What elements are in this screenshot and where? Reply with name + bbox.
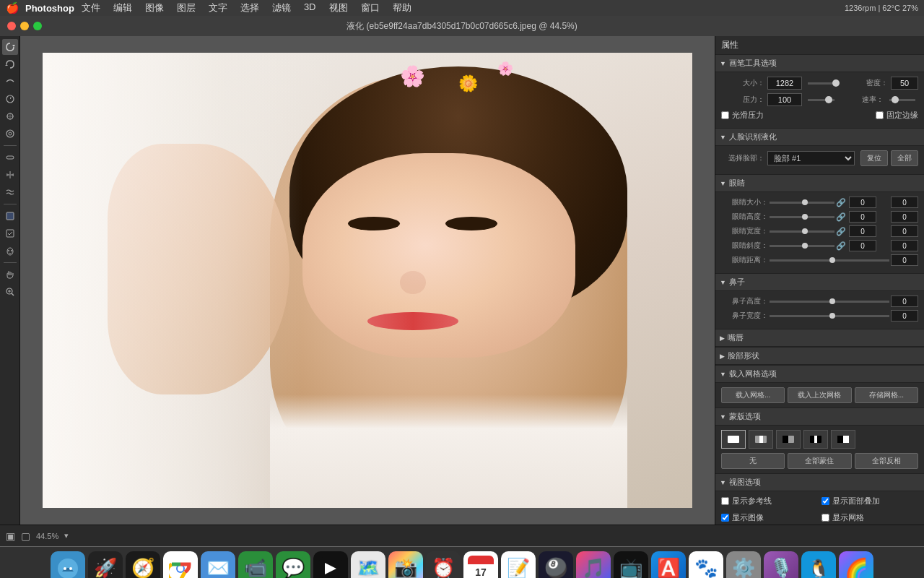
mask-icon-replace[interactable] [721,430,746,449]
show-overlay-check[interactable] [821,497,829,505]
load-mesh-btn[interactable]: 载入网格... [721,387,785,403]
dock-messages[interactable]: 💬 [276,551,310,579]
eye-width-slider[interactable] [770,230,834,233]
dock-finder[interactable] [51,551,85,579]
eye-dist-input[interactable] [891,254,918,266]
dock-settings[interactable]: ⚙️ [726,551,761,579]
tool-push-left[interactable] [2,150,18,165]
close-button[interactable] [7,22,16,30]
canvas-area[interactable]: 🌸 🌼 🌸 [20,36,715,525]
menu-text[interactable]: 文字 [206,1,230,14]
face-detect-section-header[interactable]: ▼ 人脸识别液化 [715,128,924,146]
mesh-options-section-header[interactable]: ▼ 载入网格选项 [715,365,924,383]
eye-width-left-input[interactable] [849,225,876,237]
load-last-mesh-btn[interactable]: 载入上次网格 [788,387,851,403]
brush-tool-section-header[interactable]: ▼ 画笔工具选项 [715,54,924,72]
save-mesh-btn[interactable]: 存储网格... [855,387,918,403]
tool-liquify-forward[interactable] [2,39,18,55]
menu-file[interactable]: 文件 [79,1,103,14]
dock-mail[interactable]: ✉️ [201,551,235,579]
maximize-button[interactable] [33,22,42,30]
tool-face[interactable] [2,243,18,259]
apple-menu[interactable]: 🍎 [6,1,19,14]
fixed-edge-check[interactable] [876,111,884,119]
zoom-dropdown-arrow[interactable]: ▾ [64,531,69,540]
dock-music[interactable]: 🎵 [576,551,611,579]
dock-baidu[interactable]: 🐾 [689,551,723,579]
nose-section-header[interactable]: ▼ 鼻子 [715,273,924,291]
dock-chrome[interactable] [163,551,198,579]
tool-freeze-mask[interactable] [2,208,18,224]
show-mesh-check[interactable] [821,514,829,522]
menu-select[interactable]: 选择 [237,1,262,14]
menu-edit[interactable]: 编辑 [110,1,135,14]
dock-reminders[interactable]: 📝 [501,551,536,579]
nose-height-input[interactable] [891,296,918,307]
nose-height-slider[interactable] [770,301,889,303]
menu-help[interactable]: 帮助 [390,1,414,14]
face-select[interactable]: 脸部 #1 [767,151,855,165]
smooth-pressure-check[interactable] [721,111,729,119]
mask-all-btn[interactable]: 全部蒙住 [788,453,851,469]
dock-safari[interactable]: 🧭 [126,551,160,579]
pressure-input[interactable] [767,93,802,106]
all-btn[interactable]: 全部 [891,150,918,166]
dock-qq[interactable]: 🐧 [801,551,836,579]
dock-capcut[interactable] [313,551,348,579]
eye-height-left-input[interactable] [849,211,876,223]
mask-icon-invert[interactable] [831,430,855,449]
view-options-section-header[interactable]: ▼ 视图选项 [715,473,924,491]
eye-tilt-left-input[interactable] [849,240,876,251]
mouth-section-header[interactable]: ▶ 嘴唇 [715,329,924,347]
eye-size-slider[interactable] [770,202,834,204]
tool-zoom[interactable] [2,284,18,300]
mask-icon-add[interactable] [749,430,773,449]
dock-some-app[interactable]: 🎱 [539,551,573,579]
eye-size-left-input[interactable] [849,197,876,208]
dock-launchpad[interactable]: 🚀 [88,551,123,579]
tool-bloat[interactable] [2,126,18,142]
eye-width-right-input[interactable] [891,225,918,237]
mask-invert-btn[interactable]: 全部反相 [855,453,918,469]
dock-podcast[interactable]: 🎙️ [764,551,798,579]
tool-pucker[interactable] [2,108,18,124]
view-mode-icon-2[interactable]: ▢ [21,530,30,542]
nose-width-input[interactable] [891,310,918,322]
show-image-check[interactable] [721,514,729,522]
nose-width-slider[interactable] [770,315,889,317]
tool-reconstruct[interactable] [2,56,18,72]
tool-mirror[interactable] [2,167,18,183]
menu-view[interactable]: 视图 [326,1,351,14]
dock-appstore[interactable]: 🅰️ [651,551,686,579]
dock-arc[interactable]: 🌈 [839,551,873,579]
dock-maps[interactable]: 🗺️ [351,551,385,579]
dock-calendar[interactable]: 17 [463,551,498,579]
eye-size-right-input[interactable] [891,197,918,208]
tool-hand[interactable] [2,267,18,282]
view-mode-icon-1[interactable]: ▣ [6,530,15,542]
eye-height-slider[interactable] [770,216,834,218]
eye-size-link-icon[interactable]: 🔗 [836,198,847,207]
eye-tilt-slider[interactable] [770,245,834,247]
dock-photos[interactable]: 📸 [388,551,423,579]
menu-3d[interactable]: 3D [301,1,319,14]
density-input[interactable] [891,77,918,90]
menu-filter[interactable]: 滤镜 [269,1,294,14]
tool-smooth[interactable] [2,74,18,90]
tool-turbulence[interactable] [2,184,18,200]
dock-facetime[interactable]: 📹 [238,551,273,579]
eye-height-right-input[interactable] [891,211,918,223]
eyes-section-header[interactable]: ▼ 眼睛 [715,174,924,192]
reset-btn[interactable]: 复位 [860,150,888,166]
eye-tilt-right-input[interactable] [891,240,918,251]
minimize-button[interactable] [20,22,29,30]
mask-none-btn[interactable]: 无 [721,453,785,469]
tool-thaw-mask[interactable] [2,225,18,241]
size-slider[interactable] [808,82,839,85]
mask-options-section-header[interactable]: ▼ 蒙版选项 [715,407,924,426]
show-guides-check[interactable] [721,497,729,505]
mask-icon-intersect[interactable] [803,430,828,449]
mask-icon-subtract[interactable] [776,430,801,449]
menu-layer[interactable]: 图层 [174,1,199,14]
pressure-slider[interactable] [808,99,834,101]
